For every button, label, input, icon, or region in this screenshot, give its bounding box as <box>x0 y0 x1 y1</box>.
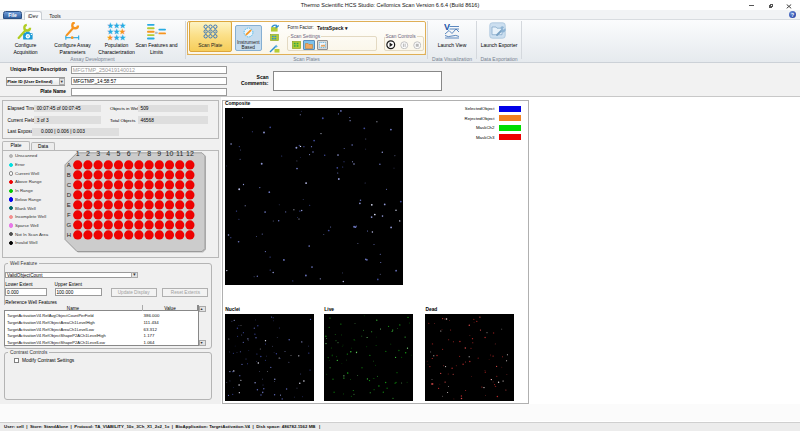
svg-text:E: E <box>67 202 71 208</box>
svg-text:10: 10 <box>166 150 174 157</box>
svg-text:5: 5 <box>117 150 121 157</box>
svg-text:3: 3 <box>96 150 100 157</box>
svg-text:G: G <box>66 222 71 228</box>
svg-text:9: 9 <box>157 150 161 157</box>
svg-text:11: 11 <box>176 150 183 157</box>
svg-text:C: C <box>67 182 72 188</box>
svg-text:»: » <box>155 28 159 35</box>
svg-text:6: 6 <box>127 150 131 157</box>
svg-text:H: H <box>67 232 71 238</box>
svg-text:7: 7 <box>137 150 141 157</box>
svg-text:B: B <box>67 172 71 178</box>
svg-text:1: 1 <box>76 150 80 157</box>
svg-text:F: F <box>67 212 71 218</box>
svg-text:12: 12 <box>186 150 194 157</box>
svg-text:D: D <box>67 192 72 198</box>
svg-text:A: A <box>67 162 71 168</box>
svg-text:★: ★ <box>119 33 126 41</box>
svg-text:8: 8 <box>147 150 151 157</box>
svg-text:4: 4 <box>106 150 110 157</box>
svg-text:2: 2 <box>86 150 90 157</box>
